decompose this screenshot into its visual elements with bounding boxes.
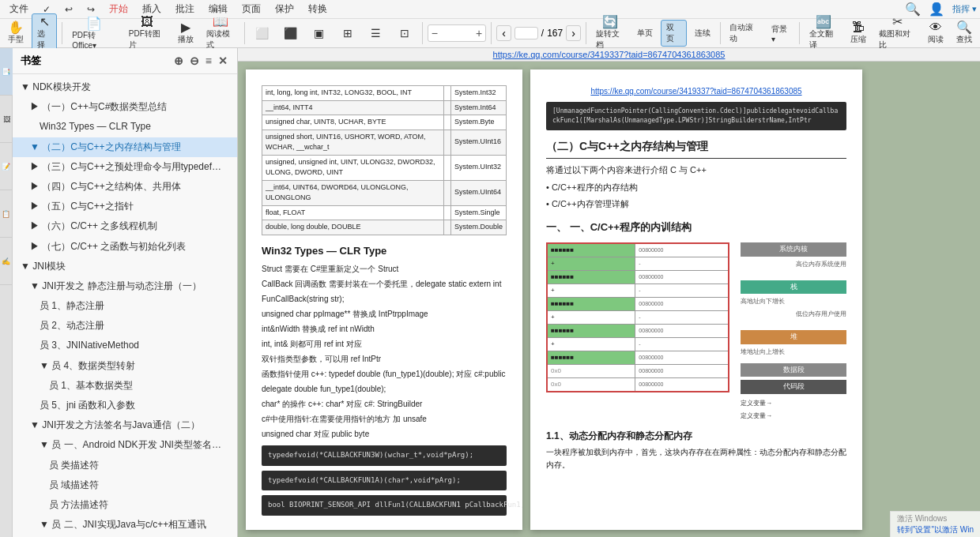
mem-cell: ■■■■■■ — [547, 351, 635, 365]
sidebar-icon-1[interactable]: ⊕ — [172, 53, 185, 69]
menu-file[interactable]: 文件 — [3, 1, 35, 17]
sidebar-item-5[interactable]: ▶ （四）C与C++之结构体、共用体 — [13, 177, 237, 197]
single-page-button[interactable]: 单页 — [632, 26, 658, 40]
sidebar-item-13[interactable]: 员 3、JNINativeMethod — [13, 336, 237, 355]
url-link-right[interactable]: https://ke.qq.com/course/3419337?taid=86… — [590, 87, 801, 96]
view-btn-2[interactable]: ⬛ — [278, 25, 303, 41]
go-settings-text[interactable]: 转到"设置"以激活 Win — [897, 525, 974, 534]
sidebar-item-7[interactable]: ▶ （六）C/C++ 之多线程机制 — [13, 216, 237, 236]
sidebar-item-6[interactable]: ▶ （五）C与C++之指针 — [13, 197, 237, 216]
hand-icon: ✋ — [8, 21, 24, 34]
sidebar-item-17[interactable]: ▼ JNI开发之方法签名与Java通信（二） — [13, 415, 237, 435]
sidebar-item-20[interactable]: 员 域描述符 — [13, 475, 237, 495]
prev-page-button[interactable]: ‹ — [496, 25, 511, 41]
table-row: double, long double, DOUBLE System.Doubl… — [262, 220, 507, 235]
sidebar: 书签 ⊕ ⊖ ≡ ✕ ▼ NDK模块开发▶ （一）C++与C#数据类型总结 Wi… — [13, 48, 238, 537]
url-bar-top[interactable]: https://ke.qq.com/course/3419337?taid=86… — [238, 48, 980, 62]
menu-page[interactable]: 页面 — [236, 1, 267, 17]
table-cell: unsigned char, UINT8, UCHAR, BYTE — [262, 115, 444, 130]
double-page-button[interactable]: 双页 — [661, 20, 686, 47]
mem-cell: 00800000 — [635, 243, 729, 257]
menu-convert[interactable]: 转换 — [302, 1, 334, 17]
sidebar-item-15[interactable]: 员 1、基本数据类型 — [13, 376, 237, 396]
help-label[interactable]: 指挥 ▾ — [952, 3, 977, 15]
search-button[interactable]: 🔍 查找 — [952, 20, 977, 47]
sidebar-item-22[interactable]: ▼ 员 二、JNI实现Java与c/c++相互通讯 — [13, 515, 237, 535]
sidebar-item-3[interactable]: ▼ （二）C与C++之内存结构与管理 — [13, 137, 237, 157]
continuous-label: 连续 — [695, 28, 710, 39]
sidebar-item-0[interactable]: ▼ NDK模块开发 — [13, 77, 237, 97]
translate-button[interactable]: 🔤 全文翻译 — [805, 14, 843, 52]
mem-row: ■■■■■■ 00800000 — [547, 351, 729, 365]
sidebar-item-16[interactable]: 员 5、jni 函数和入参数 — [13, 396, 237, 415]
background-button[interactable]: 背景▾ — [767, 22, 794, 45]
pdf-page-right: https://ke.qq.com/course/3419337?taid=86… — [530, 69, 862, 530]
right-bullet-2: • C/C++内存管理详解 — [546, 197, 846, 212]
table-cell — [443, 100, 450, 115]
sign-tab[interactable]: ✍ — [0, 238, 13, 285]
menu-comment[interactable]: 批注 — [169, 1, 201, 17]
zoom-out-button[interactable]: − — [428, 27, 441, 39]
sidebar-item-1[interactable]: ▶ （一）C++与C#数据类型总结 — [13, 97, 237, 117]
play-button[interactable]: ▶ 播放 — [173, 20, 198, 47]
compress-button[interactable]: 🗜 压缩 — [846, 20, 871, 47]
screenshot-button[interactable]: ✂ 截图和对比 — [874, 14, 920, 52]
sidebar-close-button[interactable]: ✕ — [217, 53, 229, 69]
mem-cell: 0x0 — [547, 365, 635, 378]
zoom-input[interactable]: 90% — [441, 28, 473, 38]
hand-tool-button[interactable]: ✋ 手型 — [3, 20, 28, 47]
mem-cell: 00800000 — [635, 298, 729, 311]
sidebar-icon-3[interactable]: ≡ — [204, 53, 213, 69]
pdf-office-button[interactable]: 📄 PDF转Office▾ — [67, 16, 121, 51]
view-btn-5[interactable]: ☰ — [364, 25, 389, 41]
sidebar-item-11[interactable]: 员 1、静态注册 — [13, 296, 237, 316]
sidebar-item-9[interactable]: ▼ JNI模块 — [13, 257, 237, 276]
memory-table-container: ■■■■■■ 00800000 + - ■■■■■■ 00800000 — [546, 242, 729, 392]
continuous-button[interactable]: 连续 — [690, 26, 715, 40]
mem-cell: ■■■■■■ — [547, 243, 635, 257]
pdf-image-button[interactable]: 🖼 PDF转图片 — [124, 14, 170, 52]
zoom-in-button[interactable]: + — [473, 27, 485, 39]
sidebar-item-21[interactable]: 员 方法描述符 — [13, 495, 237, 515]
review-button[interactable]: 👁 阅读 — [923, 20, 948, 47]
view-btn-4[interactable]: ⊞ — [335, 25, 360, 41]
table-cell: __int64, UINT64, DWORD64, ULONGLONG, ULO… — [262, 180, 444, 205]
sidebar-item-2[interactable]: Win32 Types — CLR Type — [13, 117, 237, 137]
zoom-control[interactable]: − 90% + — [428, 24, 486, 42]
subsection2: 1.1、动态分配内存和静态分配内存 — [546, 429, 846, 443]
pdf-area[interactable]: int, long, long int, INT32, LONG32, BOOL… — [238, 62, 980, 537]
layer-tab[interactable]: 📋 — [0, 190, 13, 238]
rotate-doc-button[interactable]: 🔄 旋转文档 — [591, 14, 630, 52]
url-link-top[interactable]: https://ke.qq.com/course/3419337?taid=86… — [493, 50, 726, 59]
single-label: 单页 — [637, 28, 653, 39]
sidebar-item-12[interactable]: 员 2、动态注册 — [13, 316, 237, 336]
code-block-1: typedefvoid(*CALLBACKFUN3W)(wchar_t*,voi… — [262, 445, 507, 466]
sidebar-item-18[interactable]: ▼ 员 一、Android NDK开发 JNI类型签名和方法签名 — [13, 435, 237, 455]
kernel-label: 系统内核 — [741, 242, 846, 257]
sidebar-item-14[interactable]: ▼ 员 4、数据类型转射 — [13, 356, 237, 376]
auto-scroll-button[interactable]: 自动滚动 — [725, 21, 763, 46]
view-btn-1[interactable]: ⬜ — [250, 25, 275, 41]
next-page-button[interactable]: › — [566, 25, 581, 41]
mem-row: + - — [547, 257, 729, 271]
auto-label: 自动滚动 — [729, 22, 759, 44]
sidebar-item-4[interactable]: ▶ （三）C与C++之预处理命令与用typedef命名已有类型 — [13, 157, 237, 177]
annot-tab[interactable]: 📝 — [0, 143, 13, 190]
select-tool-button[interactable]: ↖ 选择 — [32, 13, 57, 53]
sidebar-item-8[interactable]: ▶ （七）C/C++ 之函数与初始化列表 — [13, 237, 237, 257]
view-btn-6[interactable]: ⊡ — [392, 25, 417, 41]
pdf-page-left: int, long, long int, INT32, LONG32, BOOL… — [246, 69, 522, 530]
menu-protect[interactable]: 保护 — [269, 1, 300, 17]
menu-undo[interactable]: ↩ — [58, 2, 79, 17]
view-btn-3[interactable]: ▣ — [307, 25, 332, 41]
thumb-tab[interactable]: 🖼 — [0, 96, 13, 143]
page-input[interactable]: 8 — [514, 27, 538, 39]
sidebar-icon-2[interactable]: ⊖ — [188, 53, 201, 69]
bookmark-tab[interactable]: 📑 — [0, 48, 13, 96]
right-section-title: （二）C与C++之内存结构与管理 — [546, 138, 846, 159]
user-icon[interactable]: 👤 — [929, 2, 944, 17]
sidebar-item-10[interactable]: ▼ JNI开发之 静态注册与动态注册（一） — [13, 276, 237, 296]
menu-redo[interactable]: ↪ — [81, 2, 101, 17]
read-mode-button[interactable]: 📖 阅读模式 — [202, 14, 240, 52]
sidebar-item-19[interactable]: 员 类描述符 — [13, 456, 237, 475]
